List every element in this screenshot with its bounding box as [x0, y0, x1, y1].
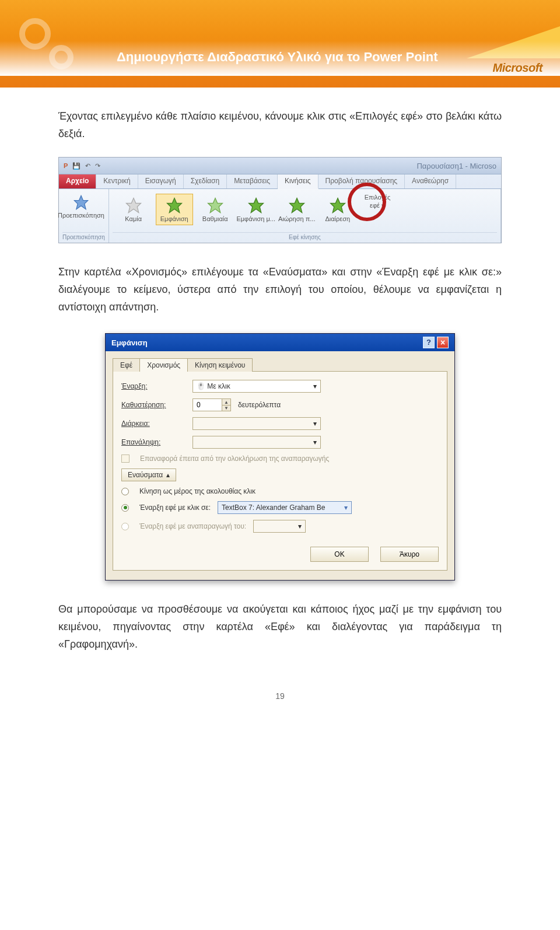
- svg-marker-4: [167, 198, 181, 213]
- chevron-down-icon: ▾: [298, 522, 302, 530]
- rewind-checkbox[interactable]: [121, 454, 130, 463]
- label-delay: Καθυστέρηση:: [121, 401, 186, 409]
- triggers-label: Εναύσματα: [128, 471, 163, 479]
- play-target-dropdown: ▾: [253, 520, 306, 533]
- paragraph-1: Έχοντας επιλεγμένο κάθε πλαίσιο κειμένου…: [58, 108, 502, 142]
- radio-play-label: Έναρξη εφέ με αναπαραγωγή του:: [139, 522, 246, 530]
- help-icon[interactable]: ?: [423, 337, 435, 348]
- group-label-animation: Εφέ κίνησης: [113, 232, 497, 240]
- click-target-dropdown[interactable]: TextBox 7: Alexander Graham Be ▾: [218, 501, 352, 514]
- effect-split[interactable]: Διαίρεση: [319, 194, 356, 225]
- dialog-tab-timing[interactable]: Χρονισμός: [139, 358, 188, 372]
- chevron-down-icon: ▾: [313, 438, 317, 446]
- spin-up-icon[interactable]: ▲: [222, 399, 230, 405]
- click-target-value: TextBox 7: Alexander Graham Be: [222, 504, 325, 512]
- header-title: Δημιουργήστε Διαδραστικό Υλικό για το Po…: [117, 50, 438, 65]
- ribbon-screenshot: P 💾 ↶ ↷ Παρουσίαση1 - Microso Αρχείο Κεν…: [58, 157, 502, 243]
- close-icon[interactable]: ×: [437, 337, 449, 348]
- delay-unit: δευτερόλεπτα: [238, 401, 281, 409]
- quick-access-toolbar: P 💾 ↶ ↷ Παρουσίαση1 - Microso: [59, 158, 501, 174]
- cancel-button[interactable]: Άκυρο: [380, 547, 439, 562]
- svg-marker-3: [126, 198, 141, 213]
- delay-value[interactable]: [192, 398, 222, 411]
- dialog-tab-effect[interactable]: Εφέ: [113, 358, 140, 372]
- effect-options-label: Επιλογές εφέ ▾: [365, 194, 391, 209]
- effect-label: Βαθμιαία: [202, 215, 228, 222]
- save-icon: 💾: [72, 162, 80, 170]
- redo-icon: ↷: [95, 162, 100, 170]
- rewind-label: Επαναφορά έπειτα από την ολοκλήρωση της …: [140, 454, 329, 463]
- radio-sequence[interactable]: [121, 488, 129, 495]
- effect-label: Καμία: [125, 215, 142, 222]
- dialog-tab-text[interactable]: Κίνηση κειμένου: [187, 358, 253, 372]
- app-icon: P: [64, 162, 68, 169]
- label-duration: Διάρκεια:: [121, 419, 186, 428]
- preview-label: Προεπισκόπηση: [58, 212, 104, 219]
- svg-marker-7: [289, 198, 304, 213]
- radio-sequence-label: Κίνηση ως μέρος της ακολουθίας κλικ: [139, 487, 256, 495]
- dialog-tabs: Εφέ Χρονισμός Κίνηση κειμένου: [113, 358, 447, 372]
- tab-transitions[interactable]: Μεταβάσεις: [227, 174, 278, 188]
- tab-animations[interactable]: Κινήσεις: [278, 174, 318, 189]
- triggers-button[interactable]: Εναύσματα ▴: [121, 469, 176, 481]
- radio-click[interactable]: [121, 504, 129, 512]
- start-dropdown[interactable]: 🖱️ Με κλικ ▾: [192, 380, 321, 393]
- tab-home[interactable]: Κεντρική: [96, 174, 138, 188]
- radio-play: [121, 523, 129, 530]
- tab-design[interactable]: Σχεδίαση: [184, 174, 227, 188]
- repeat-dropdown[interactable]: ▾: [192, 436, 321, 449]
- chevron-down-icon: ▾: [313, 419, 317, 428]
- radio-click-label: Έναρξη εφέ με κλικ σε:: [139, 504, 211, 512]
- undo-icon: ↶: [85, 162, 90, 170]
- chevron-down-icon: ▾: [313, 382, 317, 390]
- tab-file[interactable]: Αρχείο: [59, 174, 96, 188]
- paragraph-3: Θα μπορούσαμε να προσθέσουμε να ακούγετα…: [58, 601, 502, 653]
- effect-options-button[interactable]: Επιλογές εφέ ▾: [360, 194, 396, 209]
- collapse-up-icon: ▴: [166, 471, 170, 479]
- dialog-title: Εμφάνιση: [111, 339, 148, 347]
- duration-dropdown[interactable]: ▾: [192, 417, 321, 430]
- svg-marker-2: [74, 196, 88, 209]
- svg-marker-6: [249, 198, 263, 213]
- svg-marker-8: [330, 198, 345, 213]
- spin-down-icon[interactable]: ▼: [222, 405, 230, 411]
- effect-label: Εμφάνιση μ...: [236, 215, 275, 222]
- svg-marker-5: [208, 198, 222, 213]
- mouse-icon: 🖱️: [197, 382, 205, 390]
- effect-flyin[interactable]: Εμφάνιση μ...: [237, 194, 275, 225]
- rewind-checkbox-row: Επαναφορά έπειτα από την ολοκλήρωση της …: [121, 454, 439, 463]
- label-repeat: Επανάληψη:: [121, 438, 186, 446]
- ok-button[interactable]: OK: [310, 547, 369, 562]
- group-label-preview: Προεπισκόπηση: [62, 232, 105, 240]
- start-value: Με κλικ: [207, 382, 230, 390]
- effect-label: Αιώρηση π...: [278, 215, 315, 222]
- effect-fade[interactable]: Βαθμιαία: [197, 194, 234, 225]
- page-header: Δημιουργήστε Διαδραστικό Υλικό για το Po…: [0, 0, 560, 88]
- group-preview: Προεπισκόπηση Προεπισκόπηση: [59, 189, 109, 243]
- tab-review[interactable]: Αναθεώρησ: [405, 174, 456, 188]
- page-number: 19: [0, 668, 560, 701]
- dialog-panel: Έναρξη: 🖱️ Με κλικ ▾ Καθυστέρηση: ▲▼ δευ…: [113, 371, 447, 571]
- effect-label: Διαίρεση: [325, 215, 350, 222]
- effect-floatin[interactable]: Αιώρηση π...: [278, 194, 316, 225]
- effect-label: Εμφάνιση: [160, 215, 188, 222]
- document-title: Παρουσίαση1 - Microso: [416, 162, 496, 170]
- tab-insert[interactable]: Εισαγωγή: [138, 174, 184, 188]
- tab-slideshow[interactable]: Προβολή παρουσίασης: [318, 174, 405, 188]
- effect-none[interactable]: Καμία: [115, 194, 152, 225]
- paragraph-2: Στην καρτέλα «Χρονισμός» επιλέγουμε τα «…: [58, 264, 502, 316]
- chevron-down-icon: ▾: [344, 504, 348, 512]
- brand-logo: Microsoft: [493, 61, 543, 75]
- group-animation: Καμία Εμφάνιση Βαθμιαία Εμφάνιση μ...: [109, 189, 501, 243]
- label-start: Έναρξη:: [121, 382, 186, 390]
- preview-button[interactable]: Προεπισκόπηση: [62, 191, 100, 222]
- ribbon-tabs: Αρχείο Κεντρική Εισαγωγή Σχεδίαση Μεταβά…: [59, 174, 501, 189]
- delay-spinner[interactable]: ▲▼: [192, 398, 231, 411]
- dialog-appear: Εμφάνιση ? × Εφέ Χρονισμός Κίνηση κειμέν…: [105, 333, 455, 581]
- effect-appear[interactable]: Εμφάνιση: [156, 194, 193, 225]
- dialog-titlebar: Εμφάνιση ? ×: [106, 334, 454, 351]
